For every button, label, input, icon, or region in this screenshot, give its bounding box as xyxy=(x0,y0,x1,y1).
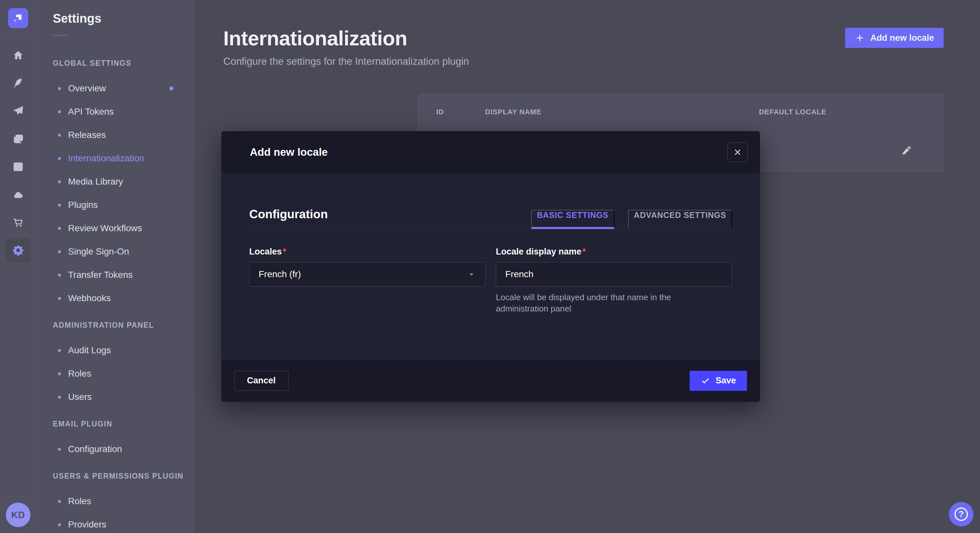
save-button[interactable]: Save xyxy=(690,371,747,391)
locale-form: Locales* French (fr) Locale display name… xyxy=(249,247,732,314)
locales-select[interactable]: French (fr) xyxy=(249,262,485,287)
cancel-button[interactable]: Cancel xyxy=(234,371,288,391)
app-window: KD Settings GLOBAL SETTINGS Overview API… xyxy=(0,0,980,533)
tab-basic-settings[interactable]: BASIC SETTINGS xyxy=(531,210,614,229)
configuration-header: Configuration BASIC SETTINGS ADVANCED SE… xyxy=(249,173,732,229)
modal-body: Configuration BASIC SETTINGS ADVANCED SE… xyxy=(221,173,760,359)
configuration-title: Configuration xyxy=(249,208,328,229)
required-asterisk: * xyxy=(582,247,586,257)
required-asterisk: * xyxy=(283,247,286,257)
display-name-helper-text: Locale will be displayed under that name… xyxy=(496,292,719,314)
modal-footer: Cancel Save xyxy=(221,359,760,402)
display-name-label: Locale display name* xyxy=(496,247,732,257)
modal-header: Add new locale xyxy=(221,131,760,173)
settings-tabs: BASIC SETTINGS ADVANCED SETTINGS xyxy=(531,210,732,229)
tab-advanced-settings[interactable]: ADVANCED SETTINGS xyxy=(628,210,732,229)
add-new-locale-modal: Add new locale Configuration BASIC SETTI… xyxy=(221,131,760,402)
locales-label: Locales* xyxy=(249,247,485,257)
display-name-field: Locale display name* Locale will be disp… xyxy=(496,247,732,314)
check-icon xyxy=(701,376,710,385)
chevron-down-icon xyxy=(467,270,476,279)
modal-title: Add new locale xyxy=(250,146,328,159)
locales-select-value: French (fr) xyxy=(259,269,301,279)
close-modal-button[interactable] xyxy=(727,143,748,162)
close-icon xyxy=(733,148,742,157)
display-name-input[interactable] xyxy=(496,262,732,287)
locales-field: Locales* French (fr) xyxy=(249,247,485,314)
